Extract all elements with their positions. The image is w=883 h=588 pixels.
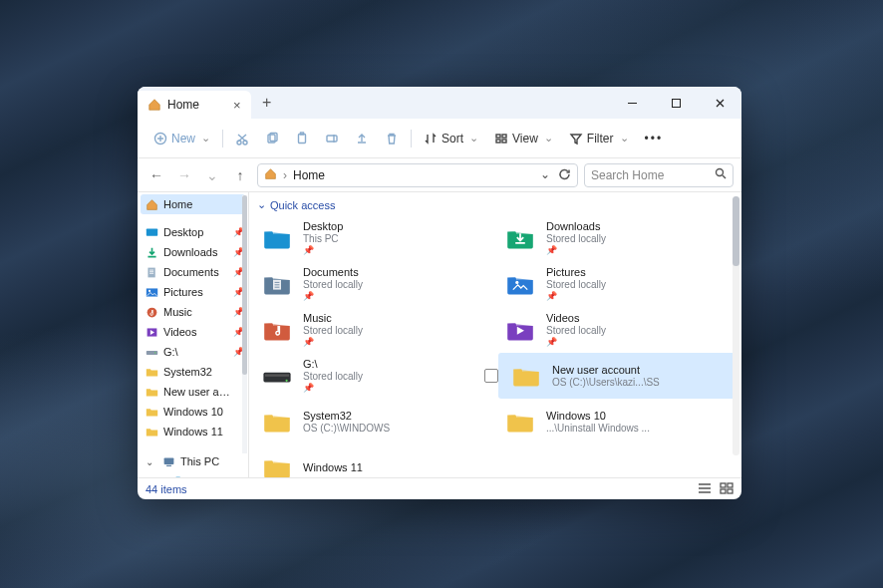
explorer-body: Home Desktop 📌 Downloads 📌 Documents 📌 [138, 192, 741, 477]
nav-recent-button[interactable]: ⌄ [201, 167, 223, 183]
chevron-right-icon: › [283, 168, 287, 182]
svg-rect-21 [147, 350, 157, 354]
item-subtitle: Stored locally [303, 325, 363, 337]
sidebar-item-os-c[interactable]: › OS (C:) [138, 471, 248, 477]
sidebar-label: Documents [163, 266, 219, 278]
quick-access-item[interactable]: Documents Stored locally 📌 [255, 261, 492, 307]
sidebar-item-pictures[interactable]: Pictures 📌 [138, 282, 248, 302]
search-icon [715, 167, 727, 182]
quick-access-item[interactable]: Videos Stored locally 📌 [498, 307, 736, 353]
item-title: Downloads [546, 220, 606, 233]
rename-button[interactable] [319, 128, 345, 149]
sidebar-item-videos[interactable]: Videos 📌 [138, 322, 248, 342]
sidebar-label: This PC [180, 455, 219, 467]
videos-icon [146, 326, 158, 339]
sort-button[interactable]: Sort [418, 128, 484, 149]
folder-icon [502, 407, 538, 437]
svg-rect-34 [721, 489, 726, 493]
section-label: Quick access [270, 199, 335, 211]
tiles-view-button[interactable] [720, 482, 734, 496]
quick-access-item[interactable]: New user account OS (C:)\Users\kazi...\S… [498, 353, 736, 399]
nav-forward-button[interactable]: → [173, 167, 195, 183]
quick-access-item[interactable]: Desktop This PC 📌 [255, 215, 492, 261]
folder-icon [146, 426, 158, 439]
checkbox[interactable] [484, 369, 498, 383]
address-dropdown-icon[interactable]: ⌄ [540, 167, 550, 183]
sidebar-item-drive-g[interactable]: G:\ 📌 [138, 342, 248, 362]
item-title: Videos [546, 312, 606, 325]
quick-access-item[interactable]: G:\ Stored locally 📌 [255, 353, 492, 399]
item-subtitle: This PC [303, 233, 343, 245]
home-icon [146, 198, 158, 211]
status-count: 44 items [146, 483, 187, 495]
section-quick-access[interactable]: Quick access [249, 192, 741, 213]
svg-point-18 [148, 289, 150, 291]
svg-rect-10 [496, 135, 500, 138]
item-subtitle: Stored locally [303, 279, 363, 291]
sidebar-item-music[interactable]: Music 📌 [138, 302, 248, 322]
music-icon [146, 306, 158, 319]
filter-label: Filter [587, 132, 614, 146]
quick-access-item[interactable]: Windows 11 [255, 444, 492, 477]
close-button[interactable] [698, 87, 741, 119]
sidebar-label: Pictures [163, 286, 203, 298]
toolbar: New Sort View Filter ••• [138, 119, 741, 158]
drive-icon [259, 361, 295, 391]
pin-icon: 📌 [303, 245, 343, 255]
sidebar-label: Windows 10 [163, 406, 223, 418]
sidebar-item-desktop[interactable]: Desktop 📌 [138, 222, 248, 242]
item-title: G:\ [303, 358, 363, 371]
sidebar-item-this-pc[interactable]: ⌄ This PC [138, 451, 248, 471]
drive-icon [174, 475, 187, 478]
tab-home[interactable]: Home × [138, 91, 251, 119]
filter-button[interactable]: Filter [563, 128, 635, 149]
address-bar[interactable]: › Home ⌄ [257, 163, 578, 187]
more-button[interactable]: ••• [639, 128, 670, 149]
copy-button[interactable] [259, 128, 285, 149]
new-tab-button[interactable]: + [251, 87, 283, 119]
quick-access-item[interactable]: Windows 10 ...\Uninstall Windows ... [498, 399, 736, 444]
item-subtitle: ...\Uninstall Windows ... [546, 423, 650, 435]
expand-icon[interactable]: › [157, 476, 167, 478]
maximize-button[interactable] [654, 87, 698, 119]
item-subtitle: Stored locally [303, 371, 363, 383]
quick-access-item[interactable]: Downloads Stored locally 📌 [498, 215, 736, 261]
item-subtitle: Stored locally [546, 279, 606, 291]
svg-rect-13 [502, 140, 506, 143]
svg-point-28 [515, 281, 518, 284]
refresh-button[interactable] [558, 167, 571, 183]
item-subtitle: Stored locally [546, 325, 606, 337]
sidebar-item-windows-11[interactable]: Windows 11 [138, 422, 248, 441]
pin-icon: 📌 [546, 245, 606, 255]
details-view-button[interactable] [698, 482, 712, 496]
content-scrollbar[interactable] [733, 196, 739, 455]
sidebar-item-new-user-account[interactable]: New user account [138, 382, 248, 402]
sidebar-item-downloads[interactable]: Downloads 📌 [138, 242, 248, 262]
pin-icon: 📌 [303, 337, 363, 347]
breadcrumb-root[interactable]: Home [293, 168, 325, 182]
sidebar-item-home[interactable]: Home [141, 194, 245, 214]
share-button[interactable] [349, 128, 375, 149]
sidebar-label: Videos [163, 326, 196, 338]
nav-up-button[interactable]: ↑ [229, 167, 251, 183]
paste-button[interactable] [289, 128, 315, 149]
view-button[interactable]: View [488, 128, 559, 149]
item-title: System32 [303, 410, 390, 423]
quick-access-item[interactable]: Music Stored locally 📌 [255, 307, 492, 353]
sidebar-item-windows-10[interactable]: Windows 10 [138, 402, 248, 422]
nav-back-button[interactable]: ← [146, 167, 167, 183]
sidebar-scrollbar[interactable] [242, 195, 247, 453]
item-title: Windows 10 [546, 410, 650, 423]
delete-button[interactable] [379, 128, 405, 149]
new-button[interactable]: New [147, 128, 216, 149]
quick-access-item[interactable]: System32 OS (C:)\WINDOWS [255, 399, 492, 444]
cut-button[interactable] [229, 128, 255, 149]
minimize-button[interactable] [610, 87, 654, 119]
tab-label: Home [167, 98, 199, 112]
sidebar-item-system32[interactable]: System32 [138, 362, 248, 382]
tab-close-icon[interactable]: × [233, 99, 241, 112]
sidebar-item-documents[interactable]: Documents 📌 [138, 262, 248, 282]
quick-access-item[interactable]: Pictures Stored locally 📌 [498, 261, 736, 307]
search-box[interactable]: Search Home [584, 163, 734, 187]
collapse-icon[interactable]: ⌄ [146, 456, 155, 467]
